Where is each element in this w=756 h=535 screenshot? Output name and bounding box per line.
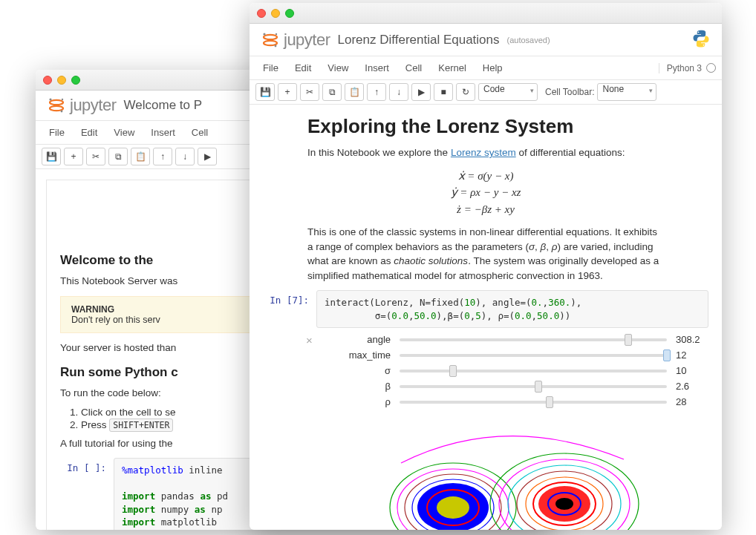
slider-label: max_time xyxy=(316,349,391,361)
menu-file[interactable]: File xyxy=(255,59,286,76)
run-button[interactable]: ▶ xyxy=(198,148,217,165)
lorenz-link[interactable]: Lorenz system xyxy=(451,147,516,158)
slider-label: ρ xyxy=(316,396,391,407)
move-up-button[interactable]: ↑ xyxy=(153,148,172,165)
menu-help[interactable]: Help xyxy=(475,59,510,76)
slider-thumb[interactable] xyxy=(449,365,457,377)
close-icon[interactable] xyxy=(43,76,52,85)
close-icon[interactable] xyxy=(257,9,266,18)
move-down-button[interactable]: ↓ xyxy=(389,83,408,101)
description-text: This is one of the classic systems in no… xyxy=(307,225,664,283)
restart-button[interactable]: ↻ xyxy=(456,83,475,101)
menu-view[interactable]: View xyxy=(320,59,356,76)
jupyter-logo[interactable]: jupyter xyxy=(260,30,330,50)
svg-point-3 xyxy=(62,99,63,100)
menu-cell[interactable]: Cell xyxy=(184,124,215,141)
paste-button[interactable]: 📋 xyxy=(345,83,364,101)
lorenz-attractor-figure xyxy=(316,422,708,530)
zoom-icon[interactable] xyxy=(71,76,80,85)
slider-thumb[interactable] xyxy=(535,381,542,393)
jupyter-icon xyxy=(46,95,67,116)
close-icon[interactable]: × xyxy=(306,334,313,347)
svg-point-11 xyxy=(264,40,277,45)
page-title: Exploring the Lorenz System xyxy=(307,115,664,138)
notebook-title[interactable]: Lorenz Differential Equations xyxy=(338,33,500,47)
menu-insert[interactable]: Insert xyxy=(357,59,397,76)
code-cell[interactable]: In [7]: interact(Lorenz, N=fixed(10), an… xyxy=(263,290,708,530)
svg-point-15 xyxy=(698,31,700,33)
slider-thumb[interactable] xyxy=(625,334,632,346)
svg-point-12 xyxy=(263,33,265,35)
menu-kernel[interactable]: Kernel xyxy=(431,59,474,76)
jupyter-logo[interactable]: jupyter xyxy=(46,95,117,116)
menu-cell[interactable]: Cell xyxy=(398,59,429,76)
slider-value: 28 xyxy=(676,396,708,407)
svg-point-23 xyxy=(437,496,469,519)
slider-: ρ28 xyxy=(316,396,708,407)
minimize-icon[interactable] xyxy=(57,76,66,85)
code-input[interactable]: interact(Lorenz, N=fixed(10), angle=(0.,… xyxy=(316,290,708,328)
slider-track[interactable] xyxy=(400,354,667,357)
copy-button[interactable]: ⧉ xyxy=(322,83,342,101)
save-button[interactable]: 💾 xyxy=(42,148,61,165)
slider-track[interactable] xyxy=(400,370,667,372)
slider-label: σ xyxy=(316,365,391,376)
save-button[interactable]: 💾 xyxy=(255,83,275,101)
equations: ẋ = σ(y − x) ẏ = ρx − y − xz ż = −βz + x… xyxy=(307,168,664,218)
menu-view[interactable]: View xyxy=(106,124,142,141)
svg-point-0 xyxy=(50,100,63,105)
cut-button[interactable]: ✂ xyxy=(86,148,105,165)
move-down-button[interactable]: ↓ xyxy=(175,148,195,165)
kernel-status-icon xyxy=(706,63,716,73)
slider-: β2.6 xyxy=(316,381,708,392)
svg-point-32 xyxy=(555,498,573,510)
minimize-icon[interactable] xyxy=(271,9,280,18)
slider-thumb[interactable] xyxy=(663,349,671,361)
slider-value: 308.2 xyxy=(676,334,708,345)
menu-insert[interactable]: Insert xyxy=(143,124,183,141)
celltoolbar-select[interactable]: None xyxy=(597,83,656,101)
notebook-title[interactable]: Welcome to P xyxy=(124,98,203,113)
logo-text: jupyter xyxy=(284,30,330,50)
svg-point-2 xyxy=(49,98,51,100)
add-cell-button[interactable]: + xyxy=(64,148,83,165)
paste-button[interactable]: 📋 xyxy=(131,148,150,165)
svg-point-16 xyxy=(703,45,705,46)
menu-file[interactable]: File xyxy=(42,124,72,141)
slider-thumb[interactable] xyxy=(546,396,553,408)
notebook-header: jupyter Lorenz Differential Equations (a… xyxy=(250,24,722,56)
autosave-status: (autosaved) xyxy=(507,36,550,45)
kernel-indicator: Python 3 xyxy=(659,63,716,73)
warning-label: WARNING xyxy=(71,304,114,315)
copy-button[interactable]: ⧉ xyxy=(108,148,128,165)
svg-point-14 xyxy=(275,45,277,47)
slider-max_time: max_time12 xyxy=(316,349,708,361)
celltype-select[interactable]: Code xyxy=(478,83,538,101)
slider-label: angle xyxy=(316,334,391,345)
svg-point-10 xyxy=(264,34,277,39)
run-button[interactable]: ▶ xyxy=(411,83,431,101)
slider-track[interactable] xyxy=(400,385,667,388)
svg-point-4 xyxy=(61,111,63,113)
titlebar xyxy=(250,3,722,24)
menu-edit[interactable]: Edit xyxy=(287,59,319,76)
warning-text: Don't rely on this serv xyxy=(71,315,160,325)
slider-track[interactable] xyxy=(400,338,667,341)
zoom-icon[interactable] xyxy=(285,9,294,18)
cut-button[interactable]: ✂ xyxy=(300,83,319,101)
slider-value: 2.6 xyxy=(676,381,708,392)
menu-edit[interactable]: Edit xyxy=(74,124,105,141)
move-up-button[interactable]: ↑ xyxy=(367,83,386,101)
stop-button[interactable]: ■ xyxy=(434,83,453,101)
slider-value: 10 xyxy=(676,365,708,376)
input-prompt: In [7]: xyxy=(263,290,316,530)
slider-value: 12 xyxy=(676,349,708,361)
python-icon xyxy=(691,28,711,51)
jupyter-icon xyxy=(260,30,281,50)
slider-track[interactable] xyxy=(400,401,667,404)
input-prompt: In [ ]: xyxy=(60,458,114,530)
logo-text: jupyter xyxy=(70,96,117,115)
svg-point-13 xyxy=(276,33,277,34)
kernel-name: Python 3 xyxy=(667,63,702,73)
add-cell-button[interactable]: + xyxy=(278,83,297,101)
